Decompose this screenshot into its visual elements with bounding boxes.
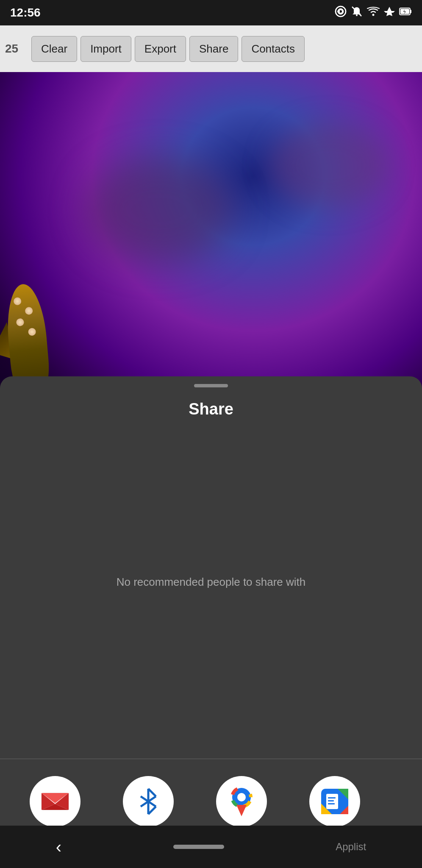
toolbar: 25 Clear Import Export Share Contacts	[0, 25, 422, 72]
image-area	[0, 72, 422, 420]
status-icons	[335, 6, 412, 20]
status-time: 12:56	[10, 6, 41, 19]
import-button[interactable]: Import	[81, 36, 131, 62]
nav-bar: ‹ Applist	[0, 826, 422, 868]
files-icon	[318, 785, 352, 818]
no-recommended-text: No recommended people to share with	[0, 576, 422, 589]
sheet-handle[interactable]	[194, 384, 228, 387]
contacts-button[interactable]: Contacts	[242, 36, 305, 62]
fish-decoration	[0, 250, 93, 394]
svg-rect-4	[356, 14, 358, 16]
gmail-icon	[40, 790, 70, 813]
files-icon-circle	[309, 776, 360, 827]
svg-rect-34	[328, 803, 335, 804]
gmail-icon-circle	[30, 776, 81, 827]
svg-rect-3	[337, 11, 340, 12]
bluetooth-icon	[136, 785, 161, 818]
home-pill[interactable]	[173, 845, 224, 849]
airplane-icon	[384, 6, 395, 19]
notifications-off-icon	[351, 6, 363, 20]
svg-point-25	[237, 793, 246, 801]
share-button[interactable]: Share	[189, 36, 238, 62]
toolbar-count: 25	[5, 42, 26, 56]
blur-blob-1	[269, 123, 388, 208]
svg-marker-26	[236, 805, 247, 816]
maps-icon-circle	[216, 776, 267, 827]
clear-button[interactable]: Clear	[31, 36, 77, 62]
share-sheet-title: Share	[0, 400, 422, 418]
blur-blob-2	[85, 157, 233, 263]
status-bar: 12:56	[0, 0, 422, 25]
svg-rect-32	[328, 797, 336, 798]
battery-icon	[399, 7, 412, 19]
applist-label[interactable]: Applist	[336, 841, 366, 853]
svg-point-6	[372, 14, 375, 16]
back-button[interactable]: ‹	[56, 837, 61, 857]
svg-line-20	[148, 807, 156, 814]
bluetooth-icon-circle	[123, 776, 174, 827]
pocketcasts-icon	[335, 6, 347, 20]
maps-icon	[225, 785, 258, 818]
share-sheet: Share No recommended people to share wit…	[0, 376, 422, 868]
svg-line-17	[148, 789, 156, 796]
wifi-icon	[367, 7, 380, 19]
export-button[interactable]: Export	[135, 36, 186, 62]
svg-rect-8	[410, 10, 411, 13]
svg-rect-33	[328, 800, 334, 801]
